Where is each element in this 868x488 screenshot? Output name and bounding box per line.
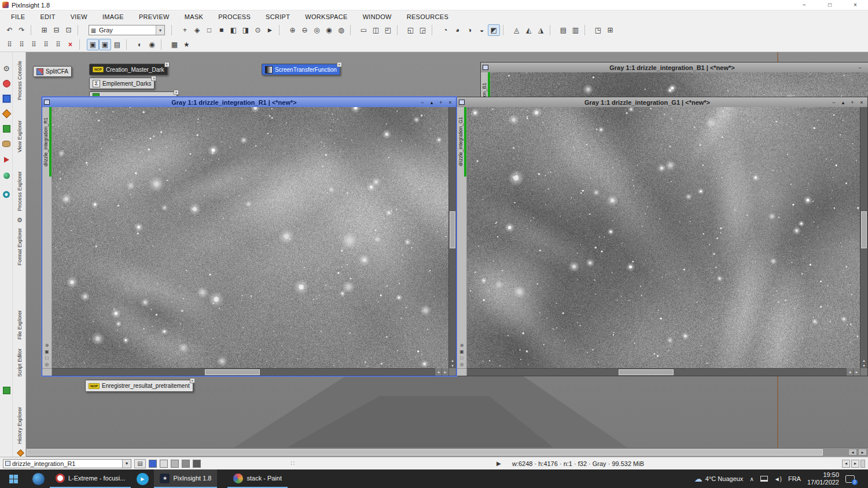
scroll-up-icon[interactable]: ▴ (451, 358, 454, 363)
corner-tool-icon[interactable]: ⊕ (45, 342, 49, 348)
status-left-icon[interactable]: ◂ (842, 460, 850, 468)
combo-dropdown-arrow-icon[interactable]: ▾ (156, 25, 164, 35)
new-preview-icon[interactable]: ▭ (358, 24, 370, 36)
window-zoom-button[interactable]: + (437, 98, 445, 106)
explorer-grid-icon[interactable]: ▦ (168, 39, 181, 50)
zoom-fit-icon[interactable]: ◉ (323, 24, 335, 36)
stf-icon[interactable]: ◑ (464, 24, 476, 36)
image-view-g1[interactable] (467, 107, 860, 368)
view-tab[interactable]: drizzle_integration_R1 (42, 107, 52, 177)
corner-tool-icon[interactable]: ⊕ (460, 342, 464, 348)
window-iconize-button[interactable]: − (856, 64, 864, 71)
workspace-5-icon[interactable]: ⠿ (52, 39, 64, 50)
corner-tool-icon[interactable]: □ (46, 355, 49, 361)
close-icon[interactable]: × (174, 90, 179, 95)
dynamic-crop-icon[interactable]: ◱ (404, 24, 417, 36)
split-right-icon[interactable]: ◨ (240, 24, 252, 36)
dock-panel-icon[interactable]: ◳ (592, 24, 604, 36)
swatch-light-gray[interactable] (160, 460, 168, 468)
network-icon[interactable] (760, 476, 768, 482)
window-shade-button[interactable]: ▴ (839, 98, 847, 106)
mask-show-icon[interactable]: ◬ (510, 24, 523, 36)
window-close-button[interactable]: × (446, 98, 454, 106)
hdr-icon[interactable]: ◒ (476, 24, 488, 36)
zoom-selection-icon[interactable]: ◍ (335, 24, 347, 36)
stf-auto-stretch-icon[interactable]: ◩ (488, 24, 500, 36)
menu-script[interactable]: SCRIPT (258, 13, 297, 20)
weather-widget[interactable]: ☁ 4°C Nuageux (694, 474, 744, 483)
window-zoom-button[interactable]: + (848, 98, 856, 106)
cube-icon[interactable] (2, 124, 11, 133)
close-icon[interactable]: × (164, 62, 170, 67)
starfield-image-g1[interactable] (467, 107, 860, 368)
workspace-3-icon[interactable]: ⠿ (28, 39, 40, 50)
window-corner-tools[interactable]: ⊕ ▣ □ ◎ (42, 342, 52, 368)
history-diamond-icon[interactable] (17, 449, 24, 457)
vertical-scrollbar-thumb[interactable] (450, 211, 455, 248)
close-icon[interactable]: × (190, 378, 195, 383)
menu-resources[interactable]: RESOURCES (399, 13, 456, 20)
horizontal-scrollbar[interactable] (52, 368, 435, 376)
mask-invert-icon[interactable]: ◮ (535, 24, 547, 36)
sidebar-tab-process-explorer[interactable]: Process Explorer (13, 166, 26, 217)
workspace-select-icon[interactable] (2, 94, 11, 103)
horizontal-scrollbar-thumb[interactable] (205, 369, 260, 375)
screen-right-icon[interactable]: ▥ (569, 24, 582, 36)
swatch-dark-gray[interactable] (193, 460, 201, 468)
hidden-icons-chevron[interactable]: ∧ (749, 476, 753, 482)
menu-workspace[interactable]: WORKSPACE (297, 13, 355, 20)
start-button[interactable] (0, 469, 27, 488)
sidebar-tab-format-explorer[interactable]: Format Explorer (13, 221, 26, 272)
sidebar-tab-view-explorer[interactable]: View Explorer (13, 115, 26, 159)
warning-diamond-icon[interactable] (2, 109, 11, 118)
corner-tool-icon[interactable]: ▣ (45, 348, 49, 355)
corner-tool-icon[interactable]: ◎ (45, 361, 49, 368)
pan-mode-icon[interactable]: + (179, 24, 191, 36)
readout-preview-icon[interactable]: ◉ (146, 39, 158, 50)
zoom-in-icon[interactable]: ⊕ (286, 24, 299, 36)
vertical-scrollbar-thumb[interactable] (861, 211, 867, 248)
zoom-1-1-icon[interactable]: ◎ (311, 24, 323, 36)
workspace-1-icon[interactable]: ⠿ (3, 39, 16, 50)
menu-file[interactable]: FILE (3, 13, 32, 20)
status-right-icon[interactable]: ▸ (851, 460, 859, 468)
image-view-r1[interactable] (52, 107, 448, 368)
sidebar-tab-script-editor[interactable]: Script Editor (13, 345, 26, 381)
histogram-icon[interactable]: ◔ (439, 24, 451, 36)
view-tab[interactable]: drizzle_integration_G1 (457, 107, 466, 177)
corner-tool-icon[interactable]: ◎ (460, 361, 464, 368)
duplicate-image-icon[interactable]: ⊡ (62, 24, 75, 36)
eye-icon[interactable] (2, 190, 11, 199)
play-button[interactable]: ▶ (492, 459, 505, 468)
workspace-horizontal-scrollbar[interactable]: ◂ ▸ (26, 447, 868, 457)
menu-edit[interactable]: EDIT (32, 13, 62, 20)
taskbar-app-pixinsight[interactable]: ★ PixInsight 1.8 (154, 469, 217, 488)
color-space-select[interactable]: ▦ Gray ▾ (89, 25, 165, 35)
database-icon[interactable] (2, 139, 11, 148)
workspace[interactable]: SplitCFA NOP Creation_Master_Dark × Σ Em… (26, 52, 868, 457)
view-tab-column[interactable]: drizzle_integration_R1 ⊕ ▣ □ ◎ (42, 107, 52, 368)
record-icon[interactable] (2, 79, 11, 88)
settings-gear-icon[interactable]: ⚙ (2, 64, 11, 73)
scroll-up-icon[interactable]: ▴ (863, 358, 865, 363)
favorites-star-icon[interactable]: ★ (181, 39, 193, 50)
center-image-icon[interactable]: ◈ (191, 24, 203, 36)
menu-image[interactable]: IMAGE (95, 13, 131, 20)
workspace-2-icon[interactable]: ⠿ (16, 39, 28, 50)
taskbar-app-paint[interactable]: stack - Paint (227, 469, 288, 488)
scroll-left-icon[interactable]: ◂ (846, 368, 853, 376)
menu-window[interactable]: WINDOW (355, 13, 399, 20)
swatch-mid-gray[interactable] (182, 460, 190, 468)
menu-preview[interactable]: PREVIEW (131, 13, 177, 20)
screen-srgb-icon[interactable]: ▣ (99, 39, 111, 50)
language-indicator[interactable]: FRA (788, 475, 801, 482)
browser-taskbar-button[interactable] (27, 469, 50, 488)
menu-view[interactable]: VIEW (63, 13, 95, 20)
close-all-icon[interactable]: × (64, 39, 76, 50)
workspace-4-icon[interactable]: ⠿ (40, 39, 52, 50)
window-close-button[interactable]: × (858, 98, 866, 106)
zoom-out-icon[interactable]: ⊖ (299, 24, 311, 36)
close-icon[interactable]: × (151, 76, 156, 81)
sphere-icon[interactable] (2, 171, 11, 180)
select-cursor-icon[interactable]: ► (264, 24, 276, 36)
